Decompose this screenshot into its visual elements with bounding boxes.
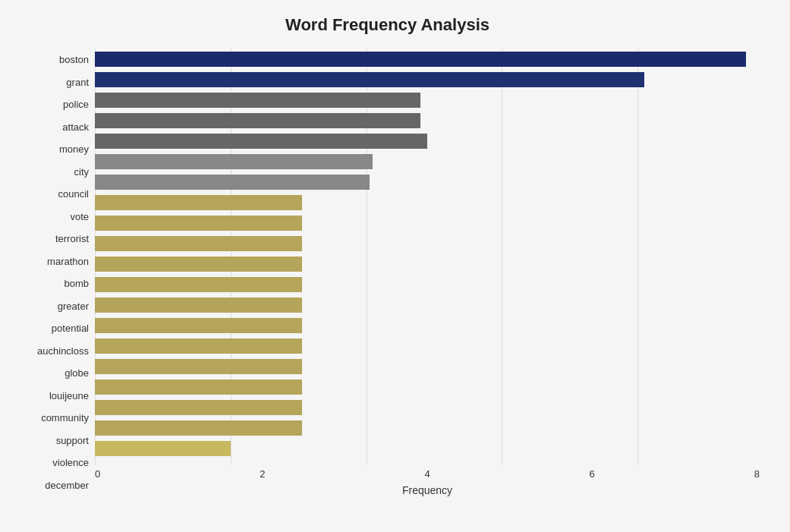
- bars-area: [95, 49, 760, 465]
- y-label-money: money: [59, 139, 89, 159]
- y-label-marathon: marathon: [47, 251, 89, 272]
- bar-row-marathon: [95, 233, 760, 253]
- bar-marathon: [95, 236, 302, 251]
- bar-attack: [95, 113, 420, 128]
- y-label-attack: attack: [62, 117, 89, 137]
- bar-grant: [95, 72, 644, 87]
- bar-row-attack: [95, 110, 760, 131]
- x-tick: 4: [424, 468, 430, 480]
- y-label-community: community: [41, 408, 89, 428]
- bar-row-council: [95, 172, 760, 192]
- bar-row-globe: [95, 335, 760, 356]
- bar-row-auchincloss: [95, 315, 760, 335]
- bar-row-city: [95, 151, 760, 172]
- y-label-grant: grant: [66, 72, 89, 93]
- bar-row-boston: [95, 49, 760, 69]
- x-tick: 2: [260, 468, 265, 480]
- bar-louijeune: [95, 359, 302, 374]
- y-label-potential: potential: [52, 318, 89, 338]
- bar-vote: [95, 195, 302, 210]
- bar-row-potential: [95, 294, 760, 315]
- y-label-louijeune: louijeune: [49, 386, 89, 406]
- y-label-council: council: [58, 184, 89, 204]
- bar-row-money: [95, 131, 760, 151]
- y-label-violence: violence: [52, 452, 89, 473]
- x-axis: 02468 Frequency: [95, 468, 760, 496]
- bar-bomb: [95, 257, 302, 272]
- bar-violence: [95, 420, 302, 436]
- bar-terrorist: [95, 216, 302, 231]
- y-label-police: police: [63, 94, 89, 115]
- chart-title: Word Frequency Analysis: [15, 15, 760, 35]
- y-label-terrorist: terrorist: [55, 228, 89, 249]
- bar-row-police: [95, 90, 760, 110]
- x-tick: 0: [95, 468, 100, 480]
- bar-row-support: [95, 397, 760, 417]
- x-tick: 6: [590, 468, 595, 480]
- bar-auchincloss: [95, 318, 302, 333]
- bar-police: [95, 93, 420, 108]
- bar-row-community: [95, 376, 760, 397]
- bar-community: [95, 379, 302, 395]
- bar-city: [95, 154, 373, 169]
- bar-council: [95, 175, 370, 190]
- bar-boston: [95, 52, 746, 67]
- bar-globe: [95, 338, 302, 354]
- bar-row-bomb: [95, 253, 760, 274]
- x-tick: 8: [754, 468, 760, 480]
- bar-money: [95, 134, 427, 149]
- bars-and-axes: 02468 Frequency: [95, 49, 760, 496]
- bar-row-greater: [95, 274, 760, 294]
- bar-row-december: [95, 438, 760, 458]
- y-label-vote: vote: [70, 206, 89, 227]
- bar-greater: [95, 277, 302, 292]
- y-label-city: city: [74, 162, 90, 182]
- y-label-support: support: [56, 430, 89, 451]
- y-label-december: december: [45, 475, 89, 496]
- bar-potential: [95, 297, 302, 313]
- bar-december: [95, 441, 231, 456]
- chart-container: Word Frequency Analysis bostongrantpolic…: [0, 0, 790, 532]
- bar-row-grant: [95, 69, 760, 90]
- y-label-bomb: bomb: [64, 273, 89, 294]
- x-ticks: 02468: [95, 468, 760, 480]
- y-label-boston: boston: [59, 49, 89, 70]
- bar-row-vote: [95, 192, 760, 212]
- bar-row-terrorist: [95, 212, 760, 233]
- y-label-greater: greater: [58, 296, 89, 316]
- bar-row-violence: [95, 417, 760, 438]
- chart-area: bostongrantpoliceattackmoneycitycouncilv…: [15, 49, 760, 496]
- y-label-globe: globe: [65, 363, 89, 383]
- y-labels: bostongrantpoliceattackmoneycitycouncilv…: [15, 49, 95, 496]
- bar-row-louijeune: [95, 356, 760, 376]
- y-label-auchincloss: auchincloss: [37, 341, 89, 361]
- x-axis-label: Frequency: [95, 484, 760, 496]
- bar-support: [95, 400, 302, 415]
